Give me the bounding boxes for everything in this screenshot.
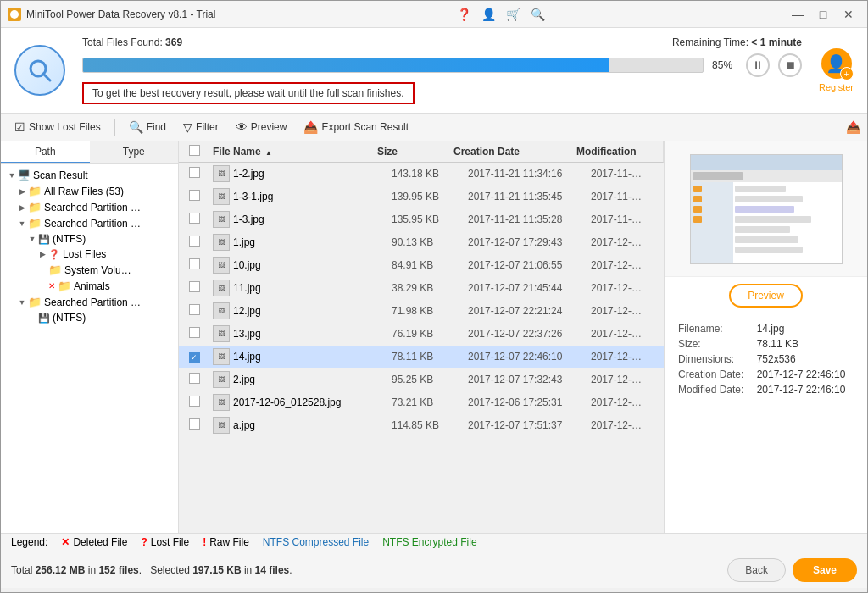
file-thumbnail: 🖼 — [213, 417, 230, 434]
svg-rect-4 — [691, 155, 843, 170]
file-checkbox[interactable] — [189, 190, 200, 201]
svg-rect-9 — [735, 186, 786, 192]
file-checkbox[interactable] — [189, 213, 200, 224]
tree-item-scan-result[interactable]: ▼ 🖥️ Scan Result — [1, 168, 178, 183]
save-button[interactable]: Save — [793, 558, 857, 582]
register-label[interactable]: Register — [819, 82, 854, 92]
tree-item-system-vol[interactable]: 📁 System Volu… — [1, 262, 178, 278]
tree-item-animals[interactable]: ✕ 📁 Animals — [1, 278, 178, 294]
scan-info: Total Files Found: 369 Remaining Time: <… — [82, 36, 802, 104]
file-checkbox[interactable] — [189, 327, 200, 338]
file-checkbox[interactable] — [189, 396, 200, 407]
file-checkbox[interactable] — [189, 258, 200, 269]
register-area[interactable]: 👤 Register — [819, 48, 854, 92]
tab-path[interactable]: Path — [1, 141, 90, 163]
toolbar: ☑ Show Lost Files 🔍 Find ▽ Filter 👁 Prev… — [1, 114, 867, 141]
tree-item-searched-3[interactable]: ▼ 📁 Searched Partition … — [1, 294, 178, 310]
file-row[interactable]: 🖼2017-12-06_012528.jpg 73.21 KB 2017-12-… — [179, 391, 664, 414]
svg-rect-19 — [693, 216, 702, 223]
animals-folder-icon: 📁 — [58, 280, 71, 292]
show-lost-files-button[interactable]: ☑ Show Lost Files — [8, 117, 108, 137]
back-button[interactable]: Back — [727, 558, 786, 582]
minimize-button[interactable]: — — [786, 3, 810, 26]
search-icon[interactable]: 🔍 — [527, 6, 548, 23]
tree-item-lost-files[interactable]: ▶ ❓ Lost Files — [1, 247, 178, 262]
select-all-checkbox[interactable] — [189, 145, 200, 156]
expand-lost-files[interactable]: ▶ — [38, 250, 47, 258]
expand-animals — [38, 282, 47, 291]
file-row[interactable]: 🖼13.jpg 76.19 KB 2017-12-07 22:37:26 201… — [179, 323, 664, 346]
header-check[interactable] — [179, 145, 209, 158]
tree-item-searched-1[interactable]: ▶ 📁 Searched Partition … — [1, 199, 178, 215]
filter-button[interactable]: ▽ Filter — [176, 117, 225, 137]
file-row[interactable]: 🖼11.jpg 38.29 KB 2017-12-07 21:45:44 201… — [179, 277, 664, 300]
export-scan-button[interactable]: 📤 Export Scan Result — [297, 117, 415, 137]
file-checkbox[interactable] — [189, 304, 200, 315]
file-row[interactable]: 🖼1.jpg 90.13 KB 2017-12-07 17:29:43 2017… — [179, 231, 664, 254]
title-bar-icons: ❓ 👤 🛒 🔍 — [453, 6, 548, 23]
file-checkbox[interactable] — [189, 167, 200, 178]
toolbar-share-icon[interactable]: 📤 — [846, 120, 860, 134]
file-checkbox[interactable] — [189, 418, 200, 430]
tree-item-ntfs-1[interactable]: ▼ 💾 (NTFS) — [1, 231, 178, 247]
file-checkbox[interactable] — [189, 281, 200, 292]
warning-bar: To get the best recovery result, please … — [82, 82, 415, 104]
preview-meta: Filename: 14.jpg Size: 78.11 KB Dimensio… — [665, 314, 867, 404]
user-icon[interactable]: 👤 — [478, 6, 499, 23]
tree-item-ntfs-2[interactable]: 💾 (NTFS) — [1, 310, 178, 325]
header-mod[interactable]: Modification — [573, 146, 649, 158]
progress-bar-wrap — [82, 58, 704, 73]
expand-all-raw[interactable]: ▶ — [18, 187, 26, 196]
file-checkbox[interactable] — [189, 373, 200, 384]
file-thumbnail: 🖼 — [213, 280, 230, 296]
maximize-button[interactable]: □ — [811, 3, 835, 26]
file-checkbox-checked[interactable]: ✓ — [189, 352, 200, 363]
title-bar-controls[interactable]: — □ ✕ — [786, 3, 860, 26]
total-stats: Total 256.12 MB in 152 files. — [11, 564, 142, 576]
file-row-selected[interactable]: ✓ 🖼14.jpg 78.11 KB 2017-12-07 22:46:10 2… — [179, 346, 664, 369]
file-row[interactable]: 🖼1-3.jpg 135.95 KB 2017-11-21 11:35:28 2… — [179, 208, 664, 231]
expand-system-vol — [38, 266, 47, 274]
help-icon[interactable]: ❓ — [453, 6, 475, 23]
toolbar-separator-1 — [114, 119, 115, 136]
cart-icon[interactable]: 🛒 — [503, 6, 524, 23]
expand-ntfs-1[interactable]: ▼ — [28, 235, 36, 243]
svg-rect-12 — [735, 216, 811, 223]
expand-searched-3[interactable]: ▼ — [18, 298, 26, 307]
legend-raw-icon: ! — [203, 536, 206, 548]
file-thumbnail: 🖼 — [213, 257, 230, 274]
tree-item-searched-2[interactable]: ▼ 📁 Searched Partition … — [1, 215, 178, 231]
preview-toolbar-button[interactable]: 👁 Preview — [229, 117, 294, 137]
stop-button[interactable]: ⏹ — [778, 53, 802, 77]
header-created[interactable]: Creation Date — [450, 146, 573, 158]
svg-rect-17 — [693, 196, 702, 202]
svg-rect-6 — [693, 172, 743, 180]
expand-searched-2[interactable]: ▼ — [18, 219, 26, 228]
legend-lost-label: Lost File — [151, 536, 189, 548]
app-title: MiniTool Power Data Recovery v8.1 - Tria… — [26, 8, 215, 20]
header-size[interactable]: Size — [374, 146, 450, 158]
preview-screenshot — [690, 154, 843, 264]
header-filename[interactable]: File Name ▲ — [209, 146, 374, 158]
file-row[interactable]: 🖼10.jpg 84.91 KB 2017-12-07 21:06:55 201… — [179, 254, 664, 277]
file-thumbnail: 🖼 — [213, 348, 230, 365]
file-checkbox[interactable] — [189, 236, 200, 247]
file-row[interactable]: 🖼12.jpg 71.98 KB 2017-12-07 22:21:24 201… — [179, 300, 664, 323]
tree-item-all-raw[interactable]: ▶ 📁 All Raw Files (53) — [1, 183, 178, 199]
title-bar: MiniTool Power Data Recovery v8.1 - Tria… — [1, 1, 867, 28]
file-row[interactable]: 🖼2.jpg 95.25 KB 2017-12-07 17:32:43 2017… — [179, 369, 664, 391]
pause-button[interactable]: ⏸ — [746, 53, 770, 77]
file-row[interactable]: 🖼a.jpg 114.85 KB 2017-12-07 17:51:37 201… — [179, 414, 664, 437]
file-row[interactable]: 🖼1-3-1.jpg 139.95 KB 2017-11-21 11:35:45… — [179, 186, 664, 208]
svg-rect-14 — [735, 236, 798, 243]
close-button[interactable]: ✕ — [837, 3, 860, 26]
file-row[interactable]: 🖼1-2.jpg 143.18 KB 2017-11-21 11:34:16 2… — [179, 163, 664, 186]
preview-button[interactable]: Preview — [729, 284, 803, 308]
size-value: 78.11 KB — [754, 336, 857, 352]
filename-value: 14.jpg — [754, 321, 857, 336]
expand-searched-1[interactable]: ▶ — [18, 203, 26, 212]
file-table-body: 🖼1-2.jpg 143.18 KB 2017-11-21 11:34:16 2… — [179, 163, 664, 533]
expand-scan-result[interactable]: ▼ — [8, 171, 16, 180]
tab-type[interactable]: Type — [90, 141, 179, 163]
find-button[interactable]: 🔍 Find — [122, 117, 173, 137]
